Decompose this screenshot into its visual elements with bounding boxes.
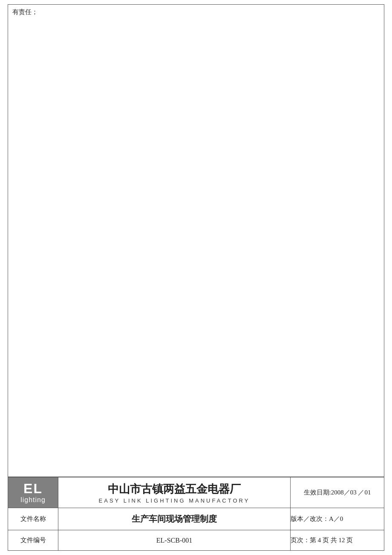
- page-info-cell: 页次：第 4 页 共 12 页: [291, 530, 384, 551]
- doc-number-cell: EL-SCB-001: [58, 530, 291, 551]
- company-name-cell: 中山市古镇两益五金电器厂 EASY LINK LIGHTING MANUFACT…: [58, 477, 291, 508]
- effective-date-value: 2008／03 ／01: [331, 489, 371, 496]
- effective-date-label: 生效日期:: [304, 489, 331, 496]
- footer-row-3: 文件编号 EL-SCB-001 页次：第 4 页 共 12 页: [8, 530, 384, 551]
- logo-cell: EL lighting: [8, 477, 58, 508]
- logo-lighting-text: lighting: [8, 496, 58, 504]
- logo-el-text: EL: [8, 481, 58, 496]
- doc-title-cell: 生产车间现场管理制度: [58, 508, 291, 530]
- version-cell: 版本／改次：A／0: [291, 508, 384, 530]
- company-name-cn: 中山市古镇两益五金电器厂: [58, 482, 290, 497]
- footer-row-2: 文件名称 生产车间现场管理制度 版本／改次：A／0: [8, 508, 384, 530]
- footer-row-1: EL lighting 中山市古镇两益五金电器厂 EASY LINK LIGHT…: [8, 477, 384, 508]
- effective-date-cell: 生效日期:2008／03 ／01: [291, 477, 384, 508]
- version-label: 版本／改次：: [291, 515, 329, 522]
- version-value: A／0: [329, 515, 343, 522]
- main-content-area: 有责任；: [8, 4, 384, 477]
- company-name-en: EASY LINK LIGHTING MANUFACTORY: [58, 497, 290, 504]
- doc-number-label-cell: 文件编号: [8, 530, 58, 551]
- content-text: 有责任；: [12, 9, 38, 15]
- document-page: 有责任； EL lighting 中山市古镇两益五金电器厂 EASY LINK …: [0, 0, 392, 555]
- footer-table: EL lighting 中山市古镇两益五金电器厂 EASY LINK LIGHT…: [8, 477, 384, 551]
- doc-name-label-cell: 文件名称: [8, 508, 58, 530]
